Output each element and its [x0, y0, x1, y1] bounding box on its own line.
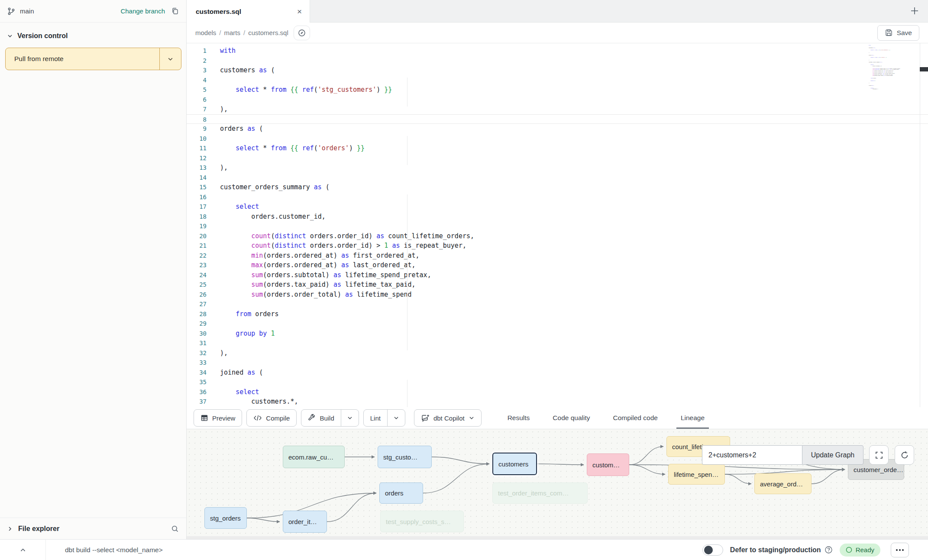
copy-icon[interactable]: [171, 7, 179, 15]
fullscreen-button[interactable]: [869, 445, 889, 465]
line-number: 1: [187, 46, 207, 56]
version-control-title: Version control: [17, 32, 68, 40]
build-button[interactable]: Build: [301, 410, 340, 426]
chevron-down-icon: [347, 415, 353, 421]
breadcrumb-separator: /: [243, 29, 245, 36]
panel-tabs: ResultsCode qualityCompiled codeLineage: [506, 407, 706, 429]
lineage-canvas[interactable]: ecom.raw_cu…stg_custo…customerscustom…co…: [187, 429, 928, 539]
pull-from-remote-button[interactable]: Pull from remote: [5, 48, 181, 70]
preview-button[interactable]: Preview: [194, 409, 242, 427]
compile-button[interactable]: Compile: [246, 409, 297, 427]
line-number: 11: [187, 143, 207, 153]
update-graph-button[interactable]: Update Graph: [802, 445, 863, 465]
pull-dropdown-caret[interactable]: [159, 48, 181, 70]
line-number: 24: [187, 270, 207, 280]
command-input[interactable]: dbt build --select <model_name>: [65, 546, 163, 554]
panel-tab-lineage[interactable]: Lineage: [679, 407, 706, 429]
line-number: 5: [187, 85, 207, 95]
code-line: 2: [187, 56, 928, 66]
build-label: Build: [320, 414, 334, 422]
indent-guide: [407, 78, 407, 107]
editor-tab-bar: customers.sql ×: [187, 0, 928, 23]
code-line: 10: [187, 134, 928, 144]
line-number: 32: [187, 348, 207, 358]
code-line: 11 select * from {{ ref('orders') }}: [187, 143, 928, 153]
save-button[interactable]: Save: [877, 25, 919, 41]
change-branch-link[interactable]: Change branch: [120, 7, 165, 15]
line-number: 18: [187, 212, 207, 222]
minimap-content: 1with23customers as (45 select * from {{…: [869, 45, 907, 90]
lineage-node-ecom_raw[interactable]: ecom.raw_cu…: [283, 446, 345, 468]
lineage-node-customer_metric[interactable]: custom…: [587, 453, 629, 476]
line-number: 29: [187, 319, 207, 329]
lineage-node-orders[interactable]: orders: [379, 482, 423, 504]
breadcrumb-item[interactable]: customers.sql: [248, 29, 288, 36]
more-options-button[interactable]: [891, 543, 909, 557]
lineage-node-order_items[interactable]: order_it…: [283, 511, 327, 533]
dbt-copilot-button[interactable]: dbt Copilot: [414, 409, 482, 427]
code-line: 21 count(distinct orders.order_id) > 1 a…: [187, 241, 928, 251]
close-icon[interactable]: ×: [297, 7, 302, 16]
build-button-group: Build: [301, 409, 359, 427]
code-line: 7),: [187, 104, 928, 114]
code-line: 26 sum(orders.order_total) as lifetime_s…: [187, 290, 928, 300]
lineage-node-test_supply[interactable]: test_supply_costs_s…: [380, 511, 464, 532]
code-line: 32),: [187, 348, 928, 358]
panel-tab-results[interactable]: Results: [506, 407, 532, 429]
line-number: 34: [187, 368, 207, 378]
tab-customers-sql[interactable]: customers.sql ×: [187, 0, 310, 23]
chevron-down-icon: [393, 415, 399, 421]
chevron-down-icon: [167, 56, 174, 62]
code-line: 17 select: [187, 202, 928, 212]
chevron-right-icon: [7, 526, 13, 532]
code-line: 33: [187, 358, 928, 368]
lint-button-group: Lint: [363, 409, 405, 427]
panel-tab-code-quality[interactable]: Code quality: [551, 407, 592, 429]
command-bar-expand-button[interactable]: [0, 540, 46, 560]
code-line: 24 sum(orders.subtotal) as lifetime_spen…: [187, 270, 928, 280]
editor-scrollbar[interactable]: [920, 43, 928, 407]
lineage-node-test_order_items[interactable]: test_order_items_com…: [492, 482, 588, 504]
build-dropdown-caret[interactable]: [341, 410, 359, 426]
search-icon[interactable]: [171, 524, 179, 533]
editor-scrollbar-thumb[interactable]: [920, 67, 928, 71]
lineage-node-stg_customers[interactable]: stg_custo…: [378, 446, 432, 468]
code-line: 23 max(orders.ordered_at) as last_ordere…: [187, 260, 928, 270]
line-number: 3: [187, 65, 207, 75]
line-number: 19: [187, 221, 207, 231]
help-icon[interactable]: [825, 546, 833, 554]
minimap[interactable]: 1with23customers as (45 select * from {{…: [869, 45, 907, 99]
lineage-node-average_order[interactable]: average_ord…: [754, 473, 812, 494]
breadcrumb-item[interactable]: marts: [224, 29, 241, 36]
code-line: 9orders as (: [187, 124, 928, 134]
dots-icon: [896, 549, 898, 551]
code-line: 29: [187, 319, 928, 329]
graph-search-input[interactable]: [702, 445, 802, 465]
code-line: 1with: [187, 46, 928, 56]
copilot-compass-button[interactable]: [294, 26, 310, 40]
line-number: 35: [187, 377, 207, 387]
code-line: 30 group by 1: [187, 329, 928, 339]
defer-toggle[interactable]: [702, 544, 723, 556]
code-line: 18 orders.customer_id,: [187, 212, 928, 222]
panel-tab-compiled-code[interactable]: Compiled code: [611, 407, 660, 429]
breadcrumb: models/marts/customers.sql: [195, 29, 288, 36]
code-editor[interactable]: 1with23customers as (45 select * from {{…: [187, 43, 928, 407]
status-badge: Ready: [840, 544, 880, 557]
lineage-node-customers[interactable]: customers: [492, 453, 537, 475]
version-control-header[interactable]: Version control: [0, 23, 186, 45]
line-number: 12: [187, 153, 207, 163]
file-explorer-row[interactable]: File explorer: [0, 518, 186, 539]
line-number: 2: [187, 56, 207, 66]
line-number: 14: [187, 173, 207, 183]
line-number: 13: [187, 163, 207, 173]
new-tab-button[interactable]: [910, 6, 919, 16]
lineage-node-stg_orders[interactable]: stg_orders: [204, 507, 247, 529]
lineage-node-lifetime_spend[interactable]: lifetime_spen…: [668, 464, 725, 485]
breadcrumb-item[interactable]: models: [195, 29, 216, 36]
line-number: 7: [187, 104, 207, 114]
refresh-button[interactable]: [895, 445, 914, 465]
lint-dropdown-caret[interactable]: [387, 410, 405, 426]
code-line: 19: [187, 221, 928, 231]
lint-button[interactable]: Lint: [364, 410, 387, 426]
